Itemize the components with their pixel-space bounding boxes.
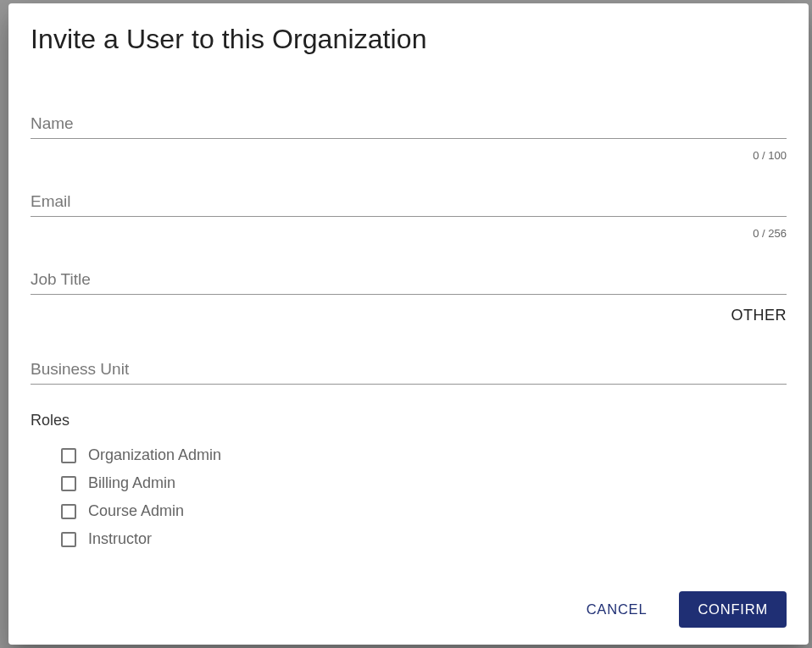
role-item-billing-admin[interactable]: Billing Admin	[61, 474, 787, 492]
roles-heading: Roles	[31, 412, 787, 429]
checkbox-icon	[61, 532, 76, 547]
checkbox-icon	[61, 476, 76, 491]
email-counter: 0 / 256	[31, 227, 787, 240]
name-counter: 0 / 100	[31, 149, 787, 162]
name-input[interactable]	[31, 109, 787, 139]
role-label: Billing Admin	[88, 474, 175, 492]
role-label: Organization Admin	[88, 446, 221, 464]
name-field	[31, 109, 787, 139]
other-button[interactable]: OTHER	[31, 307, 787, 324]
checkbox-icon	[61, 504, 76, 519]
role-item-organization-admin[interactable]: Organization Admin	[61, 446, 787, 464]
invite-user-modal: Invite a User to this Organization 0 / 1…	[8, 3, 809, 645]
role-item-instructor[interactable]: Instructor	[61, 530, 787, 548]
checkbox-icon	[61, 448, 76, 463]
role-label: Instructor	[88, 530, 152, 548]
job-title-input[interactable]	[31, 265, 787, 295]
roles-list: Organization Admin Billing Admin Course …	[31, 446, 787, 558]
role-label: Course Admin	[88, 502, 184, 520]
business-unit-input[interactable]	[31, 355, 787, 385]
modal-title: Invite a User to this Organization	[31, 24, 787, 55]
business-unit-field	[31, 355, 787, 385]
modal-actions: CANCEL CONFIRM	[31, 574, 787, 628]
confirm-button[interactable]: CONFIRM	[679, 591, 787, 628]
role-item-course-admin[interactable]: Course Admin	[61, 502, 787, 520]
email-input[interactable]	[31, 187, 787, 217]
job-title-field	[31, 265, 787, 295]
cancel-button[interactable]: CANCEL	[570, 593, 665, 626]
email-field	[31, 187, 787, 217]
